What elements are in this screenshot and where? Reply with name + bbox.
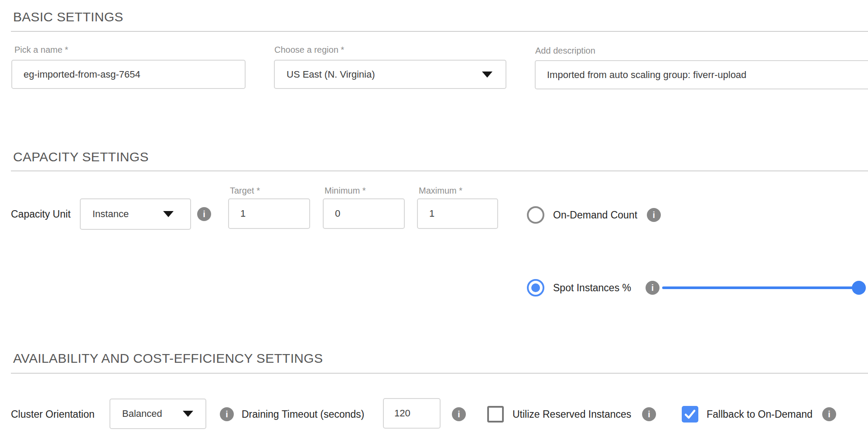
radio-dot: [531, 283, 540, 292]
draining-timeout-label: Draining Timeout (seconds): [242, 409, 364, 420]
capacity-unit-info-icon[interactable]: i: [197, 207, 211, 221]
fallback-on-demand-info-icon[interactable]: i: [822, 407, 836, 421]
maximum-input[interactable]: [418, 208, 497, 219]
chevron-down-icon: [163, 211, 174, 217]
settings-form: BASIC SETTINGS Pick a name * Choose a re…: [0, 0, 868, 443]
chevron-down-icon: [482, 72, 492, 78]
name-field-box: [11, 60, 246, 89]
on-demand-count-radio[interactable]: [527, 206, 544, 224]
draining-timeout-box: [383, 398, 441, 429]
utilize-reserved-label[interactable]: Utilize Reserved Instances: [513, 409, 631, 420]
capacity-settings-title: CAPACITY SETTINGS: [13, 150, 149, 164]
section-divider: [11, 170, 868, 171]
cluster-orientation-label: Cluster Orientation: [11, 409, 95, 420]
region-selected-value: US East (N. Virginia): [275, 69, 375, 80]
target-input[interactable]: [229, 208, 309, 219]
availability-settings-title: AVAILABILITY AND COST-EFFICIENCY SETTING…: [13, 351, 323, 366]
checkmark-icon: [682, 406, 698, 423]
minimum-field-label: Minimum *: [325, 186, 366, 196]
section-divider: [11, 31, 868, 32]
cluster-orientation-selected-value: Balanced: [110, 408, 162, 419]
description-input[interactable]: [536, 69, 868, 81]
draining-timeout-info-icon[interactable]: i: [452, 407, 466, 421]
utilize-reserved-checkbox[interactable]: [487, 406, 504, 423]
on-demand-count-info-icon[interactable]: i: [647, 208, 661, 222]
spot-instances-label[interactable]: Spot Instances %: [553, 282, 631, 294]
cluster-orientation-select[interactable]: Balanced: [109, 399, 206, 429]
target-field-box: [228, 198, 310, 229]
on-demand-count-label[interactable]: On-Demand Count: [553, 209, 637, 221]
target-field-label: Target *: [230, 186, 260, 196]
name-input[interactable]: [12, 69, 245, 80]
maximum-field-label: Maximum *: [419, 186, 462, 196]
spot-percentage-slider[interactable]: [662, 286, 859, 289]
name-field-label: Pick a name *: [14, 45, 68, 55]
spot-slider-thumb[interactable]: [852, 281, 866, 295]
minimum-input[interactable]: [324, 208, 404, 219]
spot-instances-radio[interactable]: [527, 279, 544, 296]
capacity-unit-label: Capacity Unit: [11, 208, 71, 220]
draining-timeout-input[interactable]: [384, 408, 440, 419]
region-field-label: Choose a region *: [274, 45, 344, 55]
spot-slider-fill: [662, 286, 859, 289]
chevron-down-icon: [183, 411, 193, 417]
cluster-orientation-info-icon[interactable]: i: [220, 407, 234, 421]
region-select[interactable]: US East (N. Virginia): [274, 60, 506, 89]
section-divider: [11, 373, 868, 374]
capacity-unit-selected-value: Instance: [81, 208, 129, 220]
description-field-label: Add description: [535, 46, 595, 56]
basic-settings-title: BASIC SETTINGS: [13, 10, 123, 24]
fallback-on-demand-label[interactable]: Fallback to On-Demand: [707, 409, 813, 420]
description-field-box: [535, 60, 868, 89]
utilize-reserved-info-icon[interactable]: i: [642, 407, 656, 421]
spot-instances-info-icon[interactable]: i: [646, 281, 660, 295]
minimum-field-box: [323, 198, 405, 229]
fallback-on-demand-checkbox[interactable]: [682, 406, 698, 423]
capacity-unit-select[interactable]: Instance: [80, 198, 191, 230]
maximum-field-box: [417, 198, 498, 229]
